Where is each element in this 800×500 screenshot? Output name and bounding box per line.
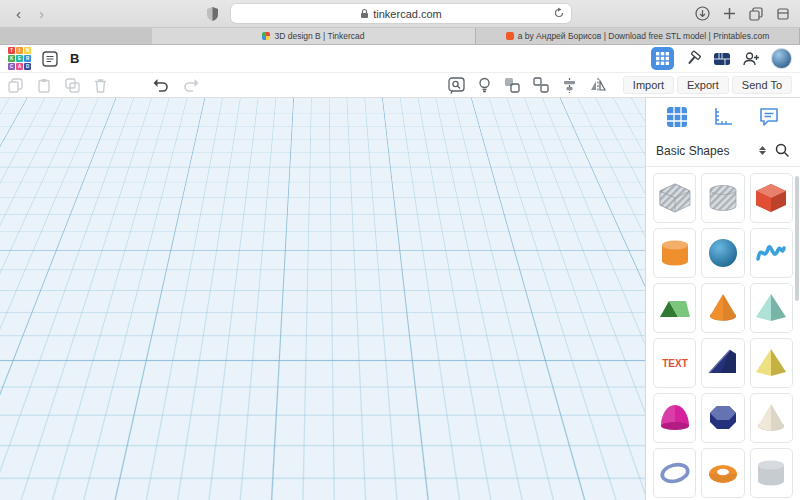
shape-hole-cylinder[interactable] — [701, 173, 744, 223]
snap-grid-label: Snap Grid — [542, 483, 583, 493]
printables-favicon — [506, 32, 514, 40]
select-arrows-icon — [630, 484, 636, 492]
url-text: tinkercad.com — [373, 8, 441, 20]
panel-scrollbar[interactable] — [795, 176, 799, 301]
shape-tube[interactable] — [750, 448, 793, 498]
panel-collapse-button[interactable]: ❮ — [634, 288, 645, 312]
search-icon[interactable] — [775, 143, 790, 158]
logo-tile: T — [8, 47, 15, 54]
shapes-panel: Basic Shapes TEXT — [645, 98, 800, 500]
screen: ‹ › tinkercad.com — [0, 0, 800, 500]
logo-tile: D — [24, 63, 31, 70]
grid-settings-button[interactable]: Settings — [585, 462, 642, 478]
panel-tabs — [646, 98, 800, 135]
browser-toolbar: ‹ › tinkercad.com — [0, 0, 800, 28]
new-tab-icon[interactable] — [723, 7, 736, 20]
view-controls — [9, 162, 24, 285]
tab-title: 3D design B | Tinkercad — [274, 31, 364, 41]
send-to-button[interactable]: Send To — [732, 76, 792, 94]
tab-ruler[interactable] — [712, 106, 734, 128]
logo-tile: N — [24, 47, 31, 54]
shapes-category-row: Basic Shapes — [646, 135, 800, 167]
forward-icon[interactable]: › — [39, 6, 44, 21]
export-button[interactable]: Export — [677, 76, 729, 94]
fit-view-button[interactable] — [9, 185, 24, 200]
tinkercad-favicon — [262, 32, 270, 40]
zoom-in-button[interactable] — [10, 209, 23, 222]
tab-overview-icon[interactable] — [749, 7, 763, 21]
logo-tile: I — [16, 47, 23, 54]
lock-icon — [360, 8, 369, 19]
delete-icon[interactable] — [94, 78, 107, 93]
shapes-apps-button[interactable] — [651, 47, 674, 70]
browser-tab-bar: 3D design B | Tinkercad a by Андрей Бори… — [0, 28, 800, 45]
shape-paraboloid[interactable] — [653, 393, 696, 443]
shape-cone-ivory[interactable] — [750, 393, 793, 443]
snap-grid-value: 0.1 mm — [595, 483, 625, 493]
back-icon[interactable]: ‹ — [16, 6, 21, 21]
paste-icon[interactable] — [37, 78, 51, 93]
design-title[interactable]: B — [70, 51, 79, 66]
ungroup-icon[interactable] — [533, 77, 549, 93]
shape-pyramid-yellow[interactable] — [750, 338, 793, 388]
copy-icon[interactable] — [8, 78, 23, 93]
shape-torus[interactable] — [701, 448, 744, 498]
tools-hammer-icon[interactable] — [685, 50, 702, 67]
browser-tab-tinkercad[interactable]: 3D design B | Tinkercad — [152, 28, 476, 44]
undo-icon[interactable] — [153, 78, 169, 92]
tab-notes[interactable] — [758, 106, 780, 128]
logo-tile: E — [16, 55, 23, 62]
workspace: RIGHT — [0, 98, 800, 500]
browser-tab-printables[interactable]: a by Андрей Борисов | Download free STL … — [476, 28, 800, 44]
canvas-3d-viewport[interactable]: RIGHT — [0, 98, 645, 500]
copy-tabs-icon[interactable] — [776, 7, 790, 21]
svg-text:TEXT: TEXT — [662, 358, 688, 369]
import-button[interactable]: Import — [623, 76, 674, 94]
shape-roof[interactable] — [653, 283, 696, 333]
category-stepper-icon[interactable] — [759, 146, 766, 155]
view-settings-gear-icon[interactable] — [9, 270, 24, 285]
snap-grid-control: Snap Grid 0.1 mm — [542, 481, 642, 495]
align-icon[interactable] — [562, 78, 577, 93]
show-all-bulb-icon[interactable] — [478, 77, 491, 93]
shapes-category-select[interactable]: Basic Shapes — [656, 144, 759, 158]
redo-icon[interactable] — [183, 78, 199, 92]
privacy-shield-icon[interactable] — [205, 6, 220, 22]
tab-shapes-library[interactable] — [666, 106, 688, 128]
invite-person-icon[interactable] — [742, 51, 760, 67]
brick-kit-icon[interactable] — [713, 51, 731, 67]
snap-grid-select[interactable]: 0.1 mm — [589, 481, 642, 495]
logo-tile: A — [16, 63, 23, 70]
shape-tube-thin[interactable] — [653, 448, 696, 498]
logo-tile: R — [24, 55, 31, 62]
shape-hole-box[interactable] — [653, 173, 696, 223]
duplicate-icon[interactable] — [65, 78, 80, 93]
shape-cone[interactable] — [701, 283, 744, 333]
reload-icon[interactable] — [553, 7, 565, 19]
view-cube-label: RIGHT — [33, 133, 57, 140]
shape-cylinder[interactable] — [653, 228, 696, 278]
edit-toolbar: Import Export Send To — [0, 73, 800, 98]
downloads-icon[interactable] — [695, 6, 710, 21]
app-header: TINKERCAD B — [0, 45, 800, 73]
shape-box[interactable] — [750, 173, 793, 223]
shape-scribble[interactable] — [750, 228, 793, 278]
model-shape-b[interactable] — [148, 334, 350, 426]
zoom-out-button[interactable] — [10, 231, 23, 244]
logo-tile: C — [8, 63, 15, 70]
avatar[interactable] — [771, 48, 792, 69]
shapes-grid: TEXT — [646, 167, 800, 500]
shape-sphere[interactable] — [701, 228, 744, 278]
group-icon[interactable] — [504, 77, 520, 93]
shape-pyramid-teal[interactable] — [750, 283, 793, 333]
shape-polygon[interactable] — [701, 393, 744, 443]
inspect-comment-icon[interactable] — [448, 77, 465, 94]
designs-menu-icon[interactable] — [42, 51, 58, 67]
tinkercad-logo[interactable]: TINKERCAD — [8, 47, 31, 70]
shape-wedge[interactable] — [701, 338, 744, 388]
home-view-button[interactable] — [9, 162, 24, 176]
address-bar[interactable]: tinkercad.com — [231, 4, 571, 23]
flip-mirror-icon[interactable] — [590, 78, 606, 92]
view-cube[interactable]: RIGHT — [14, 106, 68, 162]
shape-text[interactable]: TEXT — [653, 338, 696, 388]
